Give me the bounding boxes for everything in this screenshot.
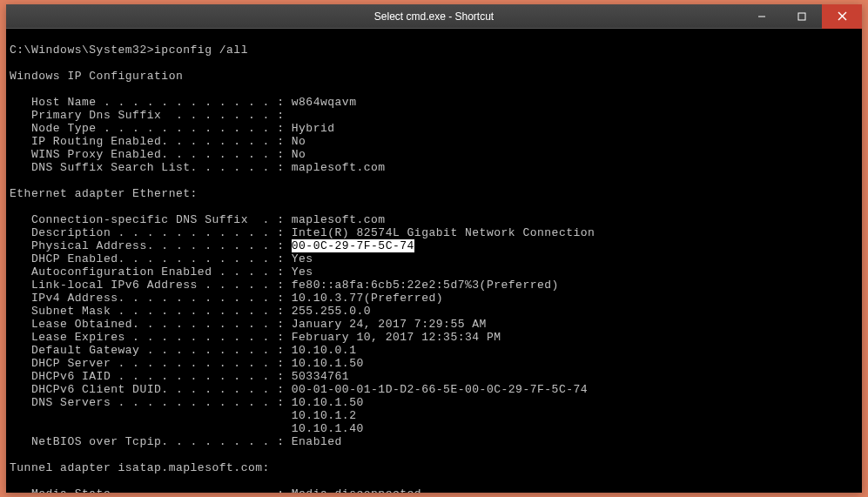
output-line: Autoconfiguration Enabled . . . . : Yes [10,265,313,279]
minimize-icon [757,12,766,21]
output-line: Connection-specific DNS Suffix . : maple… [10,213,386,226]
output-line: Host Name . . . . . . . . . . . . : w864… [10,96,356,109]
output-line: Lease Obtained. . . . . . . . . . : Janu… [10,318,487,331]
output-line: 10.10.1.40 [10,422,364,435]
close-button[interactable] [822,4,862,29]
output-line: DHCPv6 Client DUID. . . . . . . . : 00-0… [10,383,588,396]
output-line: DHCP Server . . . . . . . . . . . : 10.1… [10,357,364,370]
output-line: DNS Suffix Search List. . . . . . : mapl… [10,161,386,174]
output-line: Description . . . . . . . . . . . : Inte… [10,226,595,239]
output-line: Default Gateway . . . . . . . . . : 10.1… [10,344,356,357]
output-line: Lease Expires . . . . . . . . . . : Febr… [10,331,501,344]
output-line: IPv4 Address. . . . . . . . . . . : 10.1… [10,292,443,305]
maximize-icon [797,12,806,21]
output-line: IP Routing Enabled. . . . . . . . : No [10,135,306,148]
titlebar[interactable]: Select cmd.exe - Shortcut [6,4,862,29]
minimize-button[interactable] [742,4,782,29]
window-controls [648,4,862,29]
output-line: Physical Address. . . . . . . . . : 00-0… [10,239,414,252]
svg-rect-1 [798,13,805,20]
output-line: WINS Proxy Enabled. . . . . . . . : No [10,148,306,161]
application-window: Select cmd.exe - Shortcut C:\Windows\Sys… [6,4,862,493]
maximize-button[interactable] [782,4,822,29]
terminal-output[interactable]: C:\Windows\System32>ipconfig /all Window… [6,29,862,493]
close-icon [838,11,847,21]
output-line: DNS Servers . . . . . . . . . . . : 10.1… [10,396,364,409]
output-line: NetBIOS over Tcpip. . . . . . . . : Enab… [10,435,342,448]
section-header: Tunnel adapter isatap.maplesoft.com: [10,461,270,474]
output-line: Node Type . . . . . . . . . . . . : Hybr… [10,122,335,135]
output-line: Media State . . . . . . . . . . . : Medi… [10,487,421,493]
output-line: Link-local IPv6 Address . . . . . : fe80… [10,279,559,292]
section-header: Windows IP Configuration [10,70,183,83]
window-title: Select cmd.exe - Shortcut [220,10,649,23]
command-line: C:\Windows\System32>ipconfig /all [10,44,248,57]
output-line: 10.10.1.2 [10,409,356,422]
output-line: Primary Dns Suffix . . . . . . . : [10,109,284,122]
selected-text: 00-0C-29-7F-5C-74 [292,239,414,252]
output-line: DHCP Enabled. . . . . . . . . . . : Yes [10,252,313,265]
output-line: Subnet Mask . . . . . . . . . . . : 255.… [10,305,371,318]
section-header: Ethernet adapter Ethernet: [10,187,198,200]
output-line: DHCPv6 IAID . . . . . . . . . . . : 5033… [10,370,349,383]
phys-addr-label: Physical Address. . . . . . . . . : [10,239,292,252]
